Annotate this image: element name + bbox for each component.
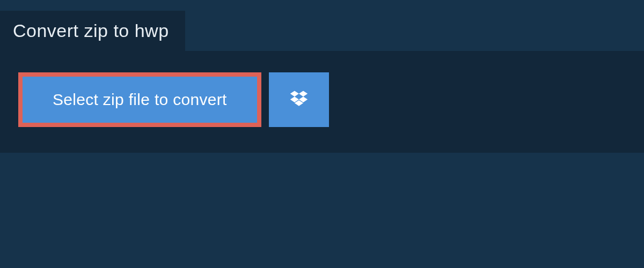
- tab-body: Select zip file to convert: [0, 51, 644, 153]
- select-file-label: Select zip file to convert: [53, 91, 227, 109]
- dropbox-button[interactable]: [269, 72, 329, 127]
- tab-header: Convert zip to hwp: [0, 11, 185, 51]
- dropbox-icon: [289, 89, 309, 110]
- select-file-button[interactable]: Select zip file to convert: [18, 72, 261, 127]
- page-title: Convert zip to hwp: [13, 20, 169, 41]
- button-row: Select zip file to convert: [18, 72, 626, 127]
